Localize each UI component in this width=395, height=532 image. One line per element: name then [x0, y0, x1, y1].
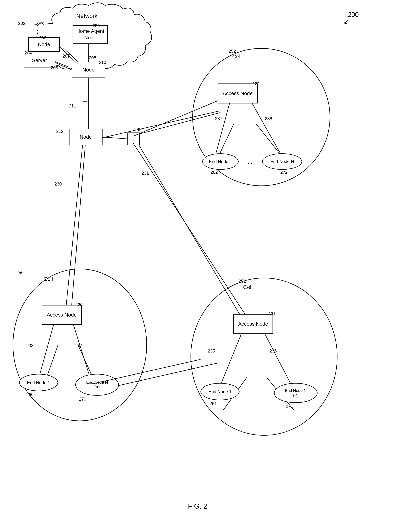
ref-208: 208	[89, 55, 96, 61]
ref-221: 221	[268, 311, 275, 316]
ref-205: 205	[51, 65, 58, 70]
ref-220: 220	[75, 302, 82, 307]
curve-202: ⌒	[33, 24, 38, 29]
dots-cell1: ...	[248, 159, 252, 165]
detail-lines	[0, 0, 395, 532]
ref-261: 261	[209, 401, 217, 406]
access-node-220: Access Node	[42, 305, 82, 325]
cell-251	[191, 278, 337, 436]
home-agent-node: Home Agent Node	[73, 25, 108, 44]
ref-237: 237	[215, 116, 222, 121]
dots-cell2: ...	[247, 389, 251, 395]
ref-250: 250	[16, 270, 24, 275]
cell-250-label: Cell	[44, 276, 53, 282]
ref-232: 232	[134, 127, 142, 132]
ref-234: 234	[75, 343, 82, 348]
ref-230: 230	[55, 182, 62, 187]
cell-251-label: Cell	[243, 284, 252, 290]
diagram-container: 200 ↙ Network 202 ⌒ Node 206 Server 204 …	[0, 0, 395, 532]
node-232	[127, 133, 140, 145]
end-node-1-cell2: End Node 1	[201, 383, 240, 400]
ref-233: 233	[26, 343, 33, 348]
ref-272: 272	[280, 170, 288, 175]
access-node-221: Access Node	[233, 314, 273, 334]
lines-svg	[0, 0, 395, 532]
ref-252: 252	[229, 49, 236, 54]
svg-line-21	[103, 137, 127, 139]
ref-270: 270	[79, 397, 86, 402]
dots-cell3: ...	[64, 379, 69, 386]
ref-231: 231	[142, 171, 149, 176]
ref-222: 222	[252, 81, 259, 86]
ref-262: 262	[210, 170, 218, 175]
ref-206: 206	[39, 35, 46, 40]
ref-210: 210	[99, 60, 106, 65]
end-node-1-cell1: End Node 1	[202, 153, 239, 170]
ref-251: 251	[239, 279, 246, 284]
ref-238: 238	[265, 116, 272, 121]
ref-236: 236	[269, 349, 277, 354]
ref-212: 212	[56, 129, 64, 134]
ref-235: 235	[208, 349, 215, 354]
ref-204: 204	[24, 50, 32, 55]
ref-260: 260	[26, 392, 33, 397]
arrow-200: ↙	[343, 17, 350, 26]
ref-207: 207	[63, 54, 70, 59]
ref-209: 209	[93, 23, 100, 28]
ref-202: 202	[18, 21, 25, 26]
end-node-1-cell3: End Node 1	[19, 374, 58, 391]
cell-252-label: Cell	[232, 54, 242, 60]
end-node-n-cell2: End Node N (Y)	[274, 383, 318, 403]
access-node-222: Access Node	[218, 83, 258, 104]
network-label: Network	[76, 13, 97, 19]
node-212: Node	[69, 129, 103, 145]
ref-211: 211	[69, 104, 76, 109]
fig-label: FIG. 2	[188, 502, 207, 510]
ref-271: 271	[286, 404, 293, 409]
end-node-n-cell1: End Node N	[262, 153, 302, 170]
end-node-n-cell3: End Node N (X)	[75, 374, 119, 396]
